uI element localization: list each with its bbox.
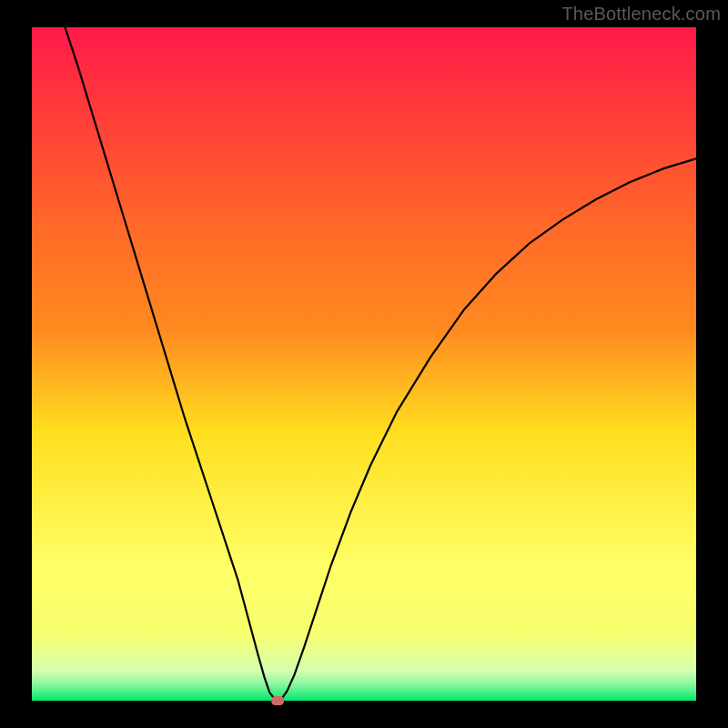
bottleneck-chart-canvas	[0, 0, 728, 728]
chart-container: TheBottleneck.com	[0, 0, 728, 728]
watermark-label: TheBottleneck.com	[561, 4, 721, 25]
